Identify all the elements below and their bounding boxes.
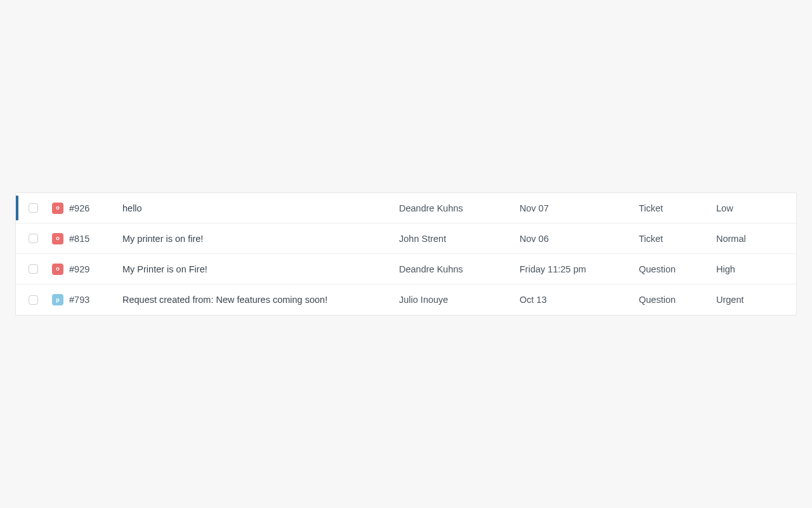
ticket-date: Friday 11:25 pm bbox=[520, 264, 639, 274]
row-checkbox[interactable] bbox=[29, 234, 38, 243]
row-checkbox[interactable] bbox=[29, 203, 38, 213]
ticket-subject: hello bbox=[122, 203, 399, 213]
ticket-date: Nov 07 bbox=[520, 203, 639, 213]
ticket-priority: Normal bbox=[716, 234, 786, 244]
status-badge-icon: p bbox=[52, 294, 63, 305]
ticket-requester: Julio Inouye bbox=[399, 295, 520, 305]
checkbox-cell bbox=[16, 295, 46, 305]
checkbox-cell bbox=[16, 203, 46, 213]
ticket-date: Nov 06 bbox=[520, 234, 639, 244]
ticket-row[interactable]: p #793 Request created from: New feature… bbox=[16, 284, 796, 315]
ticket-id: #926 bbox=[69, 203, 122, 213]
ticket-requester: John Strent bbox=[399, 234, 520, 244]
ticket-id: #929 bbox=[69, 264, 122, 274]
status-cell: o bbox=[46, 203, 69, 214]
ticket-date: Oct 13 bbox=[520, 295, 639, 305]
ticket-id: #815 bbox=[69, 234, 122, 244]
ticket-priority: Low bbox=[716, 203, 786, 213]
checkbox-cell bbox=[16, 264, 46, 274]
row-checkbox[interactable] bbox=[29, 295, 38, 305]
ticket-priority: Urgent bbox=[716, 295, 786, 305]
status-badge-icon: o bbox=[52, 264, 63, 275]
row-checkbox[interactable] bbox=[29, 264, 38, 274]
ticket-type: Question bbox=[639, 264, 716, 274]
ticket-type: Question bbox=[639, 295, 716, 305]
checkbox-cell bbox=[16, 234, 46, 243]
ticket-list-panel: o #926 hello Deandre Kuhns Nov 07 Ticket… bbox=[15, 192, 797, 316]
ticket-type: Ticket bbox=[639, 203, 716, 213]
status-cell: o bbox=[46, 264, 69, 275]
ticket-priority: High bbox=[716, 264, 786, 274]
ticket-subject: My Printer is on Fire! bbox=[122, 264, 399, 274]
status-badge-icon: o bbox=[52, 233, 63, 244]
ticket-row[interactable]: o #929 My Printer is on Fire! Deandre Ku… bbox=[16, 254, 796, 284]
ticket-row[interactable]: o #815 My printer is on fire! John Stren… bbox=[16, 224, 796, 254]
ticket-row[interactable]: o #926 hello Deandre Kuhns Nov 07 Ticket… bbox=[16, 193, 796, 224]
ticket-id: #793 bbox=[69, 295, 122, 305]
status-badge-icon: o bbox=[52, 203, 63, 214]
ticket-requester: Deandre Kuhns bbox=[399, 264, 520, 274]
ticket-requester: Deandre Kuhns bbox=[399, 203, 520, 213]
ticket-type: Ticket bbox=[639, 234, 716, 244]
ticket-subject: My printer is on fire! bbox=[122, 234, 399, 244]
status-cell: p bbox=[46, 294, 69, 305]
ticket-subject: Request created from: New features comin… bbox=[122, 295, 399, 305]
status-cell: o bbox=[46, 233, 69, 244]
